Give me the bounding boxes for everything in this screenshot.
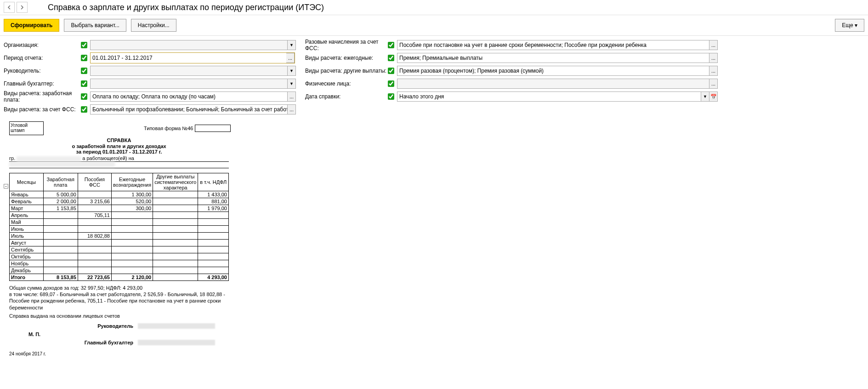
th-other: Другие выплаты систематического характер… <box>153 173 198 191</box>
report-org-line <box>9 162 229 168</box>
report-date: 24 ноября 2017 г. <box>9 351 863 356</box>
collapse-handle[interactable]: − <box>4 184 8 189</box>
org-label: Организация: <box>4 42 81 48</box>
org-dropdown-icon[interactable]: ▼ <box>288 40 296 50</box>
annual-picker-icon[interactable]: ... <box>709 53 718 63</box>
acc-checkbox[interactable] <box>81 80 87 87</box>
table-row: Сентябрь <box>10 246 229 253</box>
acc-label: Главный бухгалтер: <box>4 80 81 87</box>
acc-dropdown-icon[interactable]: ▼ <box>288 79 296 89</box>
report-subtitle-2: за период 01.01.2017 - 31.12.2017 г. <box>9 149 229 154</box>
fss-types-field[interactable]: Больничный при профзаболевании; Больничн… <box>90 104 288 114</box>
report-preview: Угловой штамп Типовая форма №46 СПРАВКА … <box>9 121 863 356</box>
report-summary-1: Общая сумма доходов за год: 32 997,50; Н… <box>9 285 229 291</box>
more-button[interactable]: Еще ▾ <box>835 19 864 32</box>
date-checkbox[interactable] <box>388 93 394 100</box>
date-label: Дата справки: <box>305 93 388 100</box>
report-table: Месяцы Заработная плата Пособия ФСС Ежег… <box>9 173 229 281</box>
salary-types-checkbox[interactable] <box>81 93 87 100</box>
other-field[interactable]: Премия разовая (процентом); Премия разов… <box>397 66 709 76</box>
th-annual: Ежегодные вознаграждения <box>111 173 153 191</box>
head-label: Руководитель: <box>4 68 81 74</box>
date-field[interactable]: Начало этого дня <box>397 92 701 102</box>
persons-field[interactable] <box>397 79 709 89</box>
annual-label: Виды расчета: ежегодные: <box>305 55 388 61</box>
nav-back-button[interactable] <box>4 2 15 13</box>
report-summary-2: в том числе: 689,07 - Больничный за счет… <box>9 291 229 311</box>
other-label: Виды расчета: другие выплаты: <box>305 68 388 74</box>
table-total-row: Итого8 153,8522 723,652 120,004 293,00 <box>10 274 229 280</box>
persons-picker-icon[interactable]: ... <box>709 79 718 89</box>
acc-field[interactable] <box>90 79 288 89</box>
sig-acc-line <box>138 340 215 345</box>
fss-once-checkbox[interactable] <box>388 42 394 48</box>
th-month: Месяцы <box>10 173 44 191</box>
persons-label: Физические лица: <box>305 80 388 87</box>
report-summary-3: Справка выдана на основании лицевых счет… <box>9 313 229 319</box>
head-checkbox[interactable] <box>81 68 87 74</box>
report-title: СПРАВКА <box>9 137 229 143</box>
nav-forward-button[interactable] <box>17 2 28 13</box>
other-picker-icon[interactable]: ... <box>709 66 718 76</box>
annual-field[interactable]: Премия; Премиальные выплаты <box>397 53 709 63</box>
head-dropdown-icon[interactable]: ▼ <box>288 66 296 76</box>
table-row: Январь5 000,001 300,001 433,00 <box>10 191 229 198</box>
annual-checkbox[interactable] <box>388 55 394 61</box>
th-ndfl: в т.ч. НДФЛ <box>198 173 229 191</box>
fss-types-label: Виды расчета: за счет ФСС: <box>4 106 81 113</box>
stamp-box: Угловой штамп <box>9 121 44 135</box>
th-fss: Пособия ФСС <box>78 173 111 191</box>
fss-once-label: Разовые начисления за счет ФСС: <box>305 39 388 51</box>
sig-mp: М. П. <box>9 332 60 337</box>
page-title: Справка о зарплате и других выплатах по … <box>48 3 324 12</box>
report-subtitle-1: о заработной плате и других доходах <box>9 143 229 149</box>
sig-head-label: Руководитель <box>9 323 138 329</box>
form-number-label: Типовая форма №46 <box>144 126 193 131</box>
salary-types-label: Виды расчета: заработная плата: <box>4 90 81 103</box>
head-field[interactable] <box>90 66 288 76</box>
sig-head-line <box>138 323 215 329</box>
table-row: Ноябрь <box>10 260 229 267</box>
form-number-box <box>195 125 231 132</box>
period-picker-icon[interactable]: ... <box>286 53 295 63</box>
fss-types-picker-icon[interactable]: ... <box>288 104 296 114</box>
persons-checkbox[interactable] <box>388 80 394 87</box>
date-dropdown-icon[interactable]: ▼ <box>701 92 709 102</box>
table-row: Апрель705,11 <box>10 212 229 218</box>
table-row: Июль18 802,88 <box>10 232 229 239</box>
choose-variant-button[interactable]: Выбрать вариант... <box>64 19 126 32</box>
th-salary: Заработная плата <box>43 173 78 191</box>
table-row: Февраль2 000,003 215,66520,00881,00 <box>10 198 229 205</box>
generate-button[interactable]: Сформировать <box>4 19 59 32</box>
table-row: Декабрь <box>10 267 229 274</box>
settings-button[interactable]: Настройки... <box>131 19 176 32</box>
org-field[interactable] <box>90 40 288 50</box>
fss-once-picker-icon[interactable]: ... <box>709 40 718 50</box>
sig-acc-label: Главный бухгалтер <box>9 340 138 345</box>
table-row: Июнь <box>10 225 229 232</box>
other-checkbox[interactable] <box>388 68 394 74</box>
date-calendar-icon[interactable]: 📅 <box>709 92 718 102</box>
report-person-line: гр. а работающего(ей) на <box>9 155 229 162</box>
fss-types-checkbox[interactable] <box>81 106 87 113</box>
table-row: Март1 153,85300,001 979,00 <box>10 205 229 212</box>
salary-types-field[interactable]: Оплата по окладу; Оплата по окладу (по ч… <box>90 92 288 102</box>
salary-types-picker-icon[interactable]: ... <box>288 92 296 102</box>
table-row: Май <box>10 218 229 225</box>
org-checkbox[interactable] <box>81 42 87 48</box>
table-row: Август <box>10 239 229 246</box>
period-checkbox[interactable] <box>81 55 87 61</box>
period-field[interactable] <box>91 53 286 63</box>
fss-once-field[interactable]: Пособие при постановке на учет в ранние … <box>397 40 709 50</box>
table-row: Октябрь <box>10 253 229 260</box>
period-label: Период отчета: <box>4 55 81 61</box>
